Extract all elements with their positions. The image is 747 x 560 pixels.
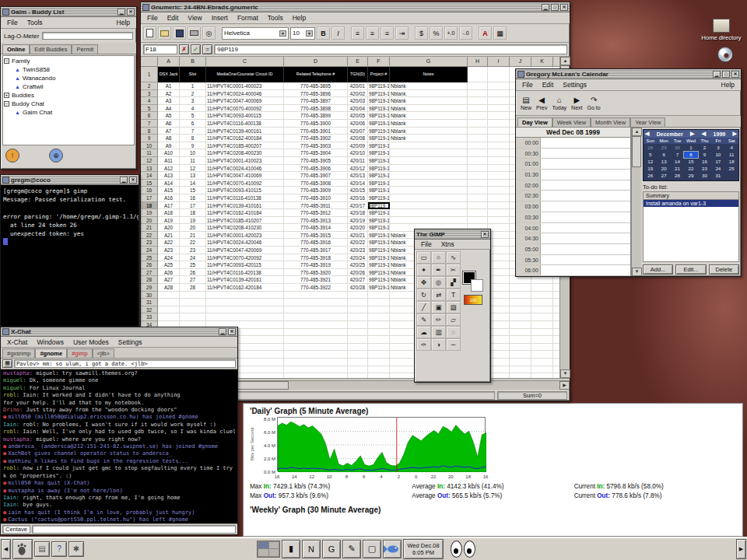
cell-A12[interactable]: A11 [158,157,180,165]
cell-D20[interactable]: 770-485-3913 [284,217,348,225]
row-header-13[interactable]: 13 [141,165,158,173]
date-cell-24[interactable]: 24 [711,166,724,172]
buddy-group[interactable]: +Buddies [4,91,133,100]
cell-F17[interactable]: 98P119-1 [368,194,390,202]
cell-J41[interactable] [510,373,531,378]
date-cell-28[interactable]: 28 [644,145,657,151]
gaim-titlebar[interactable]: Gaim - Buddy List ▁ ✕ [1,7,136,17]
center-across-button[interactable]: ⇥ [395,26,409,40]
cell-C3[interactable]: 11/HPVT4C0024-400046 [206,90,284,98]
cell-H19[interactable] [468,209,488,217]
cell-B1[interactable]: Slot [180,67,206,82]
cell-I3[interactable] [488,90,510,98]
cell-A11[interactable]: A10 [158,149,180,157]
launcher-lock-icon[interactable]: ▤ [34,541,50,557]
cell-K30[interactable] [531,292,553,299]
cell-I17[interactable] [488,194,510,202]
cell-B23[interactable]: 22 [180,239,206,247]
cell-I23[interactable] [488,239,510,247]
cell-L29[interactable] [553,284,559,292]
cell-I37[interactable] [488,344,510,352]
cell-F1[interactable]: Project # [368,67,390,82]
cell-C28[interactable]: 11/HPVT4C0139-420161 [206,276,284,284]
cell-J32[interactable] [510,306,531,314]
cell-H1[interactable] [468,67,488,82]
row-header-10[interactable]: 10 [141,142,158,150]
flip-tool[interactable]: ⇄ [431,289,446,301]
date-cell-25[interactable]: 25 [725,166,738,172]
menu-help[interactable]: Help [717,80,739,89]
launcher-help-icon[interactable]: ? [51,541,67,557]
cell-F39[interactable] [368,359,390,366]
bezier-select-tool[interactable]: ✒ [431,264,446,276]
cell-A13[interactable]: A12 [158,165,180,173]
equals-button[interactable]: = [202,44,212,54]
cell-B14[interactable]: 13 [180,172,206,180]
cell-A32[interactable] [158,306,180,314]
buddy-item[interactable]: ▲Gaim Chat [4,108,133,117]
buddy-group[interactable]: −Family [4,57,133,65]
maximize-button[interactable]: □ [722,71,730,78]
cell-K28[interactable] [531,276,553,284]
collapse-icon[interactable]: − [4,101,9,107]
cell-I25[interactable] [488,254,510,262]
align-center-button[interactable]: ≡ [366,26,379,40]
cell-G4[interactable]: Nblank [390,97,468,105]
cell-A10[interactable]: A9 [158,142,180,150]
cell-E11[interactable]: 420/10 [348,149,368,157]
row-header-2[interactable]: 2 [141,82,158,90]
cell-I11[interactable] [488,149,510,157]
cell-H5[interactable] [468,105,488,113]
cell-I31[interactable] [488,299,510,306]
cell-E25[interactable]: 420/24 [348,254,368,262]
cell-A28[interactable]: A27 [158,276,180,284]
cell-A33[interactable] [158,313,180,321]
cell-J38[interactable] [510,351,531,359]
close-button[interactable]: ✕ [481,231,489,238]
cell-L35[interactable] [553,329,559,337]
cell-B20[interactable]: 19 [180,217,206,225]
tab-edit-buddies[interactable]: Edit Buddies [30,44,72,54]
cell-E14[interactable]: 420/13 [348,172,368,180]
cell-I39[interactable] [488,359,510,366]
cell-K40[interactable] [531,366,553,374]
cell-E32[interactable] [348,306,368,314]
cell-I9[interactable] [488,135,510,142]
cell-J34[interactable] [510,321,531,329]
desktop-2[interactable] [269,542,279,549]
maximize-button[interactable]: □ [551,4,559,11]
cell-E8[interactable]: 420/07 [348,128,368,135]
cell-I41[interactable] [488,373,510,378]
cell-E26[interactable]: 420/25 [348,261,368,269]
toolbar-next-button[interactable]: ▶Next [571,96,582,110]
cell-F41[interactable] [368,373,390,378]
cell-E24[interactable]: 420/23 [348,247,368,254]
cell-E18[interactable]: 420/17 [348,202,368,210]
cell-B16[interactable]: 15 [180,187,206,194]
cell-G20[interactable] [390,217,468,225]
clone-tool[interactable]: ▥ [431,326,446,338]
menu-insert[interactable]: Insert [207,13,233,23]
date-cell-21[interactable]: 21 [671,166,684,172]
cell-I1[interactable] [488,67,510,82]
row-header-22[interactable]: 22 [141,232,158,240]
row-header-9[interactable]: 9 [141,135,158,142]
row-header-1[interactable]: 1 [141,67,158,82]
cell-J36[interactable] [510,336,531,344]
cell-C9[interactable]: 11/HPVT4C0162-400184 [206,135,284,142]
minimize-button[interactable]: ▁ [542,4,549,11]
cell-D26[interactable]: 770-485-3919 [284,261,348,269]
cell-F32[interactable] [368,306,390,314]
italic-button[interactable]: I [331,26,345,40]
date-cell-7[interactable]: 7 [671,152,684,158]
gimp-titlebar[interactable]: The GIMP ✕ [415,229,490,240]
background-color[interactable] [471,279,483,292]
cell-A27[interactable]: A26 [158,269,180,277]
percent-format-button[interactable]: % [430,26,443,40]
dodge-burn-tool[interactable]: ◑ [431,338,446,351]
cell-A25[interactable]: A24 [158,254,180,262]
time-slot-row[interactable]: 04:00 [516,223,630,234]
cell-G13[interactable] [390,165,468,173]
cell-A26[interactable]: A25 [158,261,180,269]
add-button[interactable]: Add... [643,264,673,275]
